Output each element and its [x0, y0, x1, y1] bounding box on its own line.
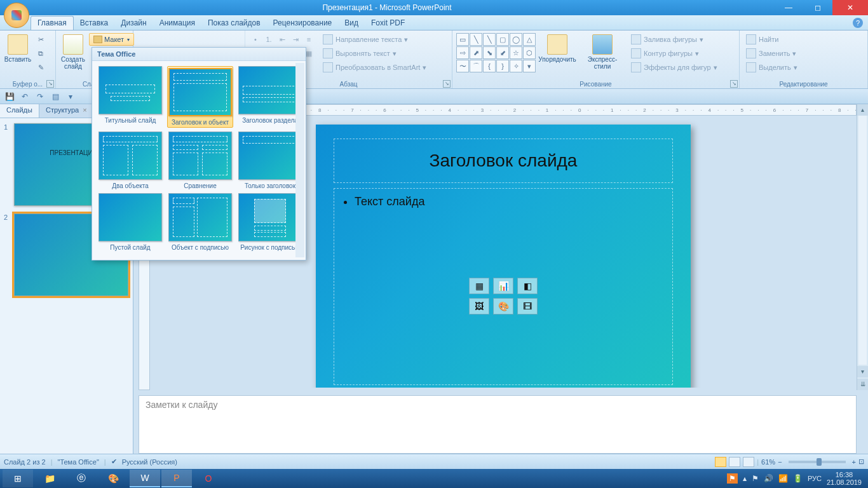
insert-media-icon[interactable]: 🎞 [517, 298, 538, 315]
start-button[interactable]: ⊞ [3, 470, 33, 487]
layout-gallery-scrollbar[interactable] [295, 63, 304, 257]
taskbar-powerpoint[interactable]: P [161, 470, 192, 487]
copy-button[interactable]: ⧉ [34, 47, 47, 60]
vertical-scrollbar[interactable]: ▴ ▾ ⇊ [857, 104, 868, 390]
tab-view[interactable]: Вид [338, 17, 365, 30]
indent-inc-button[interactable]: ⇥ [289, 33, 302, 46]
line-spacing-button[interactable]: ≡ [302, 33, 315, 46]
drawing-dialog-launcher[interactable]: ↘ [730, 80, 738, 88]
qat-print-preview-button[interactable]: ▤ [50, 91, 61, 102]
scroll-up-button[interactable]: ▴ [857, 104, 868, 116]
panel-close-icon[interactable]: × [83, 106, 86, 114]
new-slide-button[interactable]: Создать слайд [60, 33, 86, 71]
view-slideshow-button[interactable] [743, 457, 754, 467]
tray-volume-icon[interactable]: 🔊 [764, 474, 773, 483]
paste-button[interactable]: Вставить [4, 33, 32, 64]
layout-item-picture-caption[interactable]: Рисунок с подписью [237, 193, 303, 251]
tab-home[interactable]: Главная [31, 16, 74, 30]
tray-show-hidden-icon[interactable]: ▴ [743, 474, 747, 483]
layout-item-title-content[interactable]: Заголовок и объект [167, 66, 233, 128]
insert-smartart-icon[interactable]: ◧ [517, 278, 538, 294]
insert-chart-icon[interactable]: 📊 [493, 278, 513, 294]
status-bar: Слайд 2 из 2| "Тема Office"| ✔ Русский (… [0, 454, 868, 469]
format-painter-button[interactable]: ✎ [34, 61, 47, 74]
layout-item-comparison[interactable]: Сравнение [167, 132, 233, 189]
zoom-level[interactable]: 61% [761, 458, 775, 466]
layout-item-section-header[interactable]: Заголовок раздела [237, 66, 303, 128]
clipboard-dialog-launcher[interactable]: ↘ [46, 80, 54, 88]
close-button[interactable]: ✕ [832, 0, 868, 15]
status-language[interactable]: Русский (Россия) [122, 458, 177, 466]
tray-clock[interactable]: 16:3821.08.2019 [827, 471, 862, 486]
status-theme: "Тема Office" [58, 458, 99, 466]
tab-slideshow[interactable]: Показ слайдов [201, 17, 267, 30]
tab-insert[interactable]: Вставка [74, 17, 115, 30]
replace-button[interactable]: Заменить ▾ [743, 47, 800, 60]
align-text-button[interactable]: Выровнять текст ▾ [320, 47, 429, 60]
tray-action-center-icon[interactable]: ⚑ [752, 474, 759, 483]
status-slide-number: Слайд 2 из 2 [4, 458, 46, 466]
tray-battery-icon[interactable]: 🔋 [793, 474, 803, 483]
tab-review[interactable]: Рецензирование [267, 17, 339, 30]
find-button[interactable]: Найти [743, 33, 800, 46]
qat-undo-button[interactable]: ↶ [19, 91, 31, 102]
shape-effects-button[interactable]: Эффекты для фигур ▾ [628, 61, 720, 74]
view-normal-button[interactable] [715, 457, 726, 467]
arrange-button[interactable]: Упорядочить [538, 33, 576, 64]
qat-save-button[interactable]: 💾 [4, 91, 15, 102]
indent-dec-button[interactable]: ⇤ [276, 33, 288, 46]
tab-design[interactable]: Дизайн [114, 17, 153, 30]
insert-clipart-icon[interactable]: 🎨 [493, 298, 513, 315]
bullets-button[interactable]: • [249, 33, 262, 46]
tab-foxit[interactable]: Foxit PDF [365, 17, 411, 30]
numbering-button[interactable]: 1. [262, 33, 275, 46]
layout-item-two-content[interactable]: Два объекта [97, 132, 163, 189]
zoom-out-button[interactable]: − [778, 458, 782, 466]
layout-item-content-caption[interactable]: Объект с подписью [167, 193, 233, 251]
help-icon[interactable]: ? [853, 18, 863, 28]
taskbar-paint[interactable]: 🎨 [98, 470, 128, 487]
layout-item-blank[interactable]: Пустой слайд [97, 193, 163, 251]
panel-tab-slides[interactable]: Слайды [0, 104, 39, 118]
taskbar-explorer[interactable]: 📁 [34, 470, 65, 487]
title-placeholder[interactable]: Заголовок слайда [334, 139, 673, 183]
slide-canvas[interactable]: Заголовок слайда Текст слайда ▦ 📊 ◧ 🖼 🎨 … [316, 125, 691, 388]
layout-item-title-slide[interactable]: Титульный слайд [97, 66, 163, 128]
convert-smartart-button[interactable]: Преобразовать в SmartArt ▾ [320, 61, 429, 74]
next-slide-button[interactable]: ⇊ [857, 379, 868, 390]
text-direction-button[interactable]: Направление текста ▾ [320, 33, 429, 46]
window-titlebar: Презентация1 - Microsoft PowerPoint ― ◻ … [0, 0, 868, 15]
view-sorter-button[interactable] [729, 457, 740, 467]
cut-button[interactable]: ✂ [34, 33, 47, 46]
tray-language[interactable]: РУС [808, 475, 822, 482]
office-button[interactable] [4, 3, 29, 28]
taskbar-opera[interactable]: O [193, 470, 224, 487]
notes-pane[interactable]: Заметки к слайду [139, 395, 857, 454]
paragraph-dialog-launcher[interactable]: ↘ [443, 80, 451, 88]
quick-styles-button[interactable]: Экспресс-стили [579, 33, 626, 71]
tray-network-icon[interactable]: 📶 [778, 474, 788, 483]
taskbar-word[interactable]: W [130, 470, 160, 487]
layout-item-title-only[interactable]: Только заголовок [237, 132, 303, 189]
zoom-in-button[interactable]: + [852, 458, 856, 466]
shape-outline-button[interactable]: Контур фигуры ▾ [628, 47, 720, 60]
layout-button[interactable]: Макет [89, 33, 134, 46]
content-placeholder[interactable]: Текст слайда ▦ 📊 ◧ 🖼 🎨 🎞 [334, 188, 673, 385]
fit-window-button[interactable]: ⊡ [858, 458, 864, 466]
shapes-gallery[interactable]: ▭╲╲▢◯△ ⇨⬈⬊⬋☆⬡ 〜⌒{}✧▾ [456, 33, 536, 72]
tab-animation[interactable]: Анимация [153, 17, 201, 30]
qat-redo-button[interactable]: ↷ [34, 91, 46, 102]
qat-customize-button[interactable]: ▾ [65, 91, 76, 102]
panel-tab-outline[interactable]: Структура× [39, 104, 94, 118]
spellcheck-icon[interactable]: ✔ [111, 458, 117, 466]
insert-picture-icon[interactable]: 🖼 [469, 298, 489, 315]
shape-fill-button[interactable]: Заливка фигуры ▾ [628, 33, 720, 46]
select-button[interactable]: Выделить ▾ [743, 61, 800, 74]
minimize-button[interactable]: ― [774, 0, 803, 15]
scroll-down-button[interactable]: ▾ [857, 366, 868, 377]
tray-notification-icon[interactable]: ⚑ [727, 473, 738, 484]
maximize-button[interactable]: ◻ [803, 0, 832, 15]
insert-table-icon[interactable]: ▦ [469, 278, 489, 294]
zoom-slider[interactable] [789, 461, 846, 463]
taskbar-ie[interactable]: ⓔ [66, 470, 97, 487]
